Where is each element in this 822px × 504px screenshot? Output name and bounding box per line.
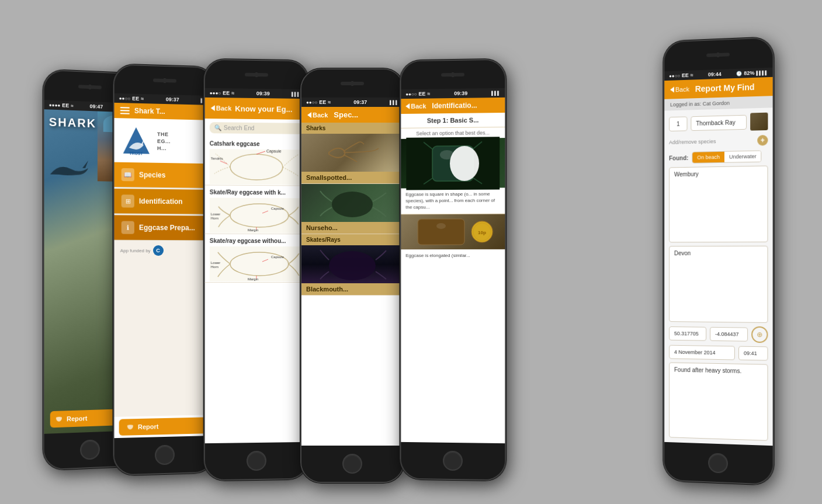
phone5-wifi: ≈ (427, 91, 430, 96)
phone3-catshark-item[interactable]: Catshark eggcase Capsule (204, 137, 307, 186)
phone6-nav-title: Report My Find (695, 82, 766, 93)
phone4-smallspotted-img (301, 134, 403, 172)
phone3-search-bar[interactable]: 🔍 Search End (209, 122, 303, 134)
svg-text:Lower: Lower (210, 212, 220, 215)
phone3-nav: Back Know your Eg... (204, 97, 307, 119)
phone6-carrier: EE (681, 72, 688, 78)
svg-text:Tendrils: Tendrils (210, 157, 223, 160)
phone1-signal: ●●●● (48, 102, 60, 107)
phone2-report-btn[interactable]: Report (119, 417, 209, 436)
phone5-eggcase-img2: 10p (401, 214, 505, 249)
phone3-skate-keel-item[interactable]: Skate/Ray eggcase with k... (204, 185, 307, 234)
phone4-blackmouth-item[interactable]: Blackmouth... (301, 245, 403, 296)
phone3-search-text: Search End (223, 124, 254, 131)
phone6-datetime-row: 4 November 2014 09:41 (669, 345, 768, 360)
phone6-county-field[interactable]: Devon (669, 246, 768, 323)
phone4-blackmouth-name: Blackmouth... (301, 283, 403, 295)
phone6-battery-icon: ▌▌▌▌ (756, 70, 768, 75)
phone6: ●●○○ EE ≈ 09:44 🕐 82% ▌▌▌▌ (663, 37, 774, 485)
phone2-grid-icon: ⊞ (121, 194, 134, 207)
phone4-back-btn[interactable]: Back (307, 111, 328, 118)
phone1-time: 09:47 (89, 103, 103, 109)
phone2-tagline: THE EG... H... (157, 131, 171, 151)
phone3-skate-nokeel-diagram: Lower Horn Capsule Margin (209, 246, 303, 278)
phone4-home-button[interactable] (342, 454, 362, 474)
svg-text:Lower: Lower (210, 260, 220, 264)
phone6-add-species-label: Add/remove species (669, 138, 716, 145)
phone6-found-toggle[interactable]: On beach Underwater (692, 150, 761, 163)
phone6-location-field[interactable]: Wembury (669, 165, 768, 242)
phone2-menu-species[interactable]: 📖 Species (114, 162, 214, 188)
phone2-home-button[interactable] (154, 444, 174, 465)
phone6-on-beach-btn[interactable]: On beach (692, 151, 724, 162)
phone4-blackmouth-img (301, 245, 403, 283)
phones-container: ●●●● EE ≈ 09:47 ▌▌▌▌ (32, 13, 791, 492)
phone6-wrapper: ●●○○ EE ≈ 09:44 🕐 82% ▌▌▌▌ (663, 37, 774, 485)
phone6-gps-btn[interactable]: ⊕ (751, 326, 768, 343)
phone2-header: Shark T... (114, 102, 214, 120)
phone6-underwater-btn[interactable]: Underwater (724, 151, 761, 162)
phone6-bottom (664, 442, 772, 484)
phone5-carrier: EE (418, 91, 425, 96)
phone5-battery: ▌▌▌ (491, 91, 500, 95)
phone6-species-field[interactable]: Thornback Ray (691, 114, 747, 130)
phone5-speaker (441, 72, 464, 77)
phone6-content: Back Report My Find Logged in as: Cat Go… (664, 77, 772, 445)
phone3-skate-nokeel-item[interactable]: Skate/ray eggcase withou... Lower Horn (204, 234, 307, 282)
phone2-hamburger[interactable] (120, 107, 129, 114)
phone2-eggcase-label: Eggcase Prepa... (138, 223, 195, 232)
phone4-smallspotted-item[interactable]: Smallspotted... (301, 134, 403, 184)
phone6-quantity[interactable]: 1 (669, 116, 687, 131)
phone4-nursehound-name: Nurseho... (301, 222, 403, 234)
phone3-back-btn[interactable]: Back (210, 105, 231, 112)
phone2-bottom (114, 435, 214, 474)
phone4-nursehound-item[interactable]: Nurseho... (301, 184, 403, 234)
phone5-notch (401, 60, 505, 89)
phone5-time: 09:39 (454, 90, 467, 96)
phone4-battery: ▌▌▌ (390, 100, 398, 104)
phone5-home-button[interactable] (443, 450, 463, 470)
phone2-menu-identification[interactable]: ⊞ Identification (114, 188, 214, 214)
phone6-lat-field[interactable]: 50.317705 (669, 326, 706, 340)
phone1-logo: SHARK (48, 115, 96, 130)
svg-point-26 (329, 251, 376, 280)
phone4-title: Spec... (334, 110, 358, 119)
phone3-home-button[interactable] (246, 450, 266, 470)
phone3-status-bar: ●●●○ EE ≈ 09:39 ▌▌▌▌ (204, 88, 307, 98)
phone3-notch (204, 60, 307, 89)
phone6-notes-field[interactable]: Found after heavy storms. (669, 362, 768, 441)
phone3-bottom (204, 442, 307, 479)
phone6-back-btn[interactable]: Back (670, 85, 689, 93)
phone6-found-row: Found: On beach Underwater (669, 150, 768, 164)
phone5-back-btn[interactable]: Back (405, 102, 426, 109)
phone4-smallspotted-name: Smallspotted... (301, 172, 403, 183)
phone6-time-field[interactable]: 09:41 (738, 346, 768, 360)
phone6-home-button[interactable] (708, 452, 728, 472)
phone6-form: 1 Thornback Ray Add/remove species + Fou… (664, 107, 772, 446)
phone2-notch (114, 65, 214, 96)
phone2-menu-eggcase[interactable]: ℹ Eggcase Prepa... (114, 215, 214, 241)
phone6-add-btn[interactable]: + (757, 134, 768, 145)
svg-text:10p: 10p (478, 230, 486, 235)
phone6-time: 09:44 (707, 71, 721, 77)
phone5-content: Back Identificatio... Step 1: Basic S...… (401, 97, 505, 443)
phone1-report-label: Report (67, 415, 87, 422)
phone5-eggcase-desc2: Eggcase is elongated (similar... (401, 249, 505, 261)
phone5-signal: ●●○○ (405, 91, 417, 96)
phone4-wifi: ≈ (328, 99, 331, 105)
phone2-content: Shark T... (114, 102, 214, 437)
phone2-speaker (152, 78, 176, 82)
phone4-chevron (307, 112, 311, 117)
phone6-species-thumb (750, 112, 768, 130)
phone6-lon-field[interactable]: -4.084437 (710, 326, 748, 341)
phone5-eggcase-desc: Eggcase is square in shape (o... in some… (401, 187, 505, 214)
phone3-screen: Back Know your Eg... 🔍 Search End Catsha… (204, 97, 307, 443)
phone2-header-title: Shark T... (134, 106, 165, 115)
phone2-time: 09:37 (165, 96, 179, 103)
phone1-home-button[interactable] (80, 439, 100, 460)
phone6-date-field[interactable]: 4 November 2014 (669, 345, 735, 360)
phone5-step-title: Step 1: Basic S... (401, 112, 505, 128)
phone3-skate-keel-diagram: Lower Horn Capsule Margin (209, 197, 303, 230)
phone6-signal: ●●○○ (669, 72, 680, 78)
phone6-notch (664, 38, 772, 71)
